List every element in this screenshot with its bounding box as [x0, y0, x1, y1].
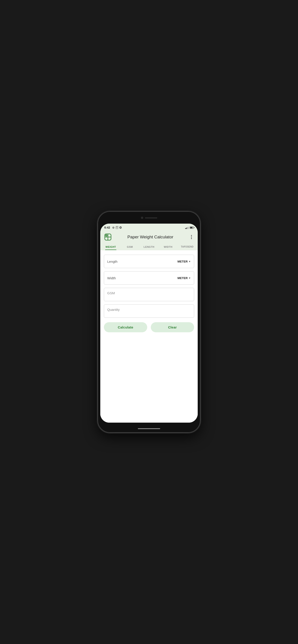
length-unit-value: METER — [178, 260, 188, 263]
tab-length[interactable]: LENGTH — [139, 243, 159, 250]
more-dot-1 — [191, 235, 192, 236]
tab-weight[interactable]: WEIGHT — [101, 243, 120, 250]
length-dropdown-arrow: ▼ — [189, 260, 191, 263]
speaker-bar — [145, 217, 157, 218]
time-display: 6:42 — [104, 226, 110, 229]
tab-tap2send[interactable]: TAP2SEND — [178, 243, 197, 250]
app-logo — [104, 233, 112, 241]
tab-gsm[interactable]: GSM — [120, 243, 140, 250]
svg-rect-2 — [116, 227, 118, 229]
battery-icon — [190, 226, 194, 229]
gsm-input-field[interactable] — [104, 288, 194, 301]
phone-frame: 6:42 — [98, 211, 200, 433]
more-dot-2 — [191, 236, 192, 238]
status-bar: 6:42 — [100, 224, 198, 231]
home-indicator — [138, 428, 160, 429]
form-area: Length METER ▼ Width METER ▼ — [100, 250, 198, 422]
width-unit-value: METER — [178, 276, 188, 280]
phone-top-bar — [136, 215, 162, 220]
app-title: Paper Weight Calculator — [115, 234, 186, 240]
content-area: Length METER ▼ Width METER ▼ — [100, 250, 198, 422]
sd-card-icon — [116, 226, 118, 229]
tab-bar: WEIGHT GSM LENGTH WIDTH TAP2SEND — [100, 243, 198, 250]
gsm-input[interactable] — [107, 291, 191, 295]
length-input-row[interactable]: Length METER ▼ — [104, 255, 194, 268]
quantity-input-field[interactable] — [104, 304, 194, 318]
status-icons-right — [185, 226, 194, 229]
quantity-input[interactable] — [107, 308, 191, 312]
tab-width[interactable]: WIDTH — [159, 243, 178, 250]
battery-fill — [190, 227, 193, 228]
side-button — [200, 276, 200, 292]
app-header: Paper Weight Calculator — [100, 231, 198, 243]
settings-icon — [119, 226, 122, 229]
clear-button[interactable]: Clear — [151, 322, 194, 332]
connectivity-icon — [112, 226, 115, 229]
calculate-button[interactable]: Calculate — [104, 322, 147, 332]
width-input-row[interactable]: Width METER ▼ — [104, 271, 194, 285]
screen: 6:42 — [100, 224, 198, 422]
width-dropdown-arrow: ▼ — [189, 277, 191, 279]
length-label: Length — [107, 260, 117, 264]
width-unit-selector[interactable]: METER ▼ — [178, 276, 191, 280]
status-icons-left: 6:42 — [104, 226, 122, 229]
action-buttons: Calculate Clear — [104, 322, 194, 332]
length-unit-selector[interactable]: METER ▼ — [178, 260, 191, 263]
more-menu-button[interactable] — [189, 234, 194, 240]
more-dot-3 — [191, 238, 192, 239]
camera-dot — [141, 217, 143, 219]
signal-icon — [185, 226, 189, 229]
width-label: Width — [107, 276, 116, 280]
